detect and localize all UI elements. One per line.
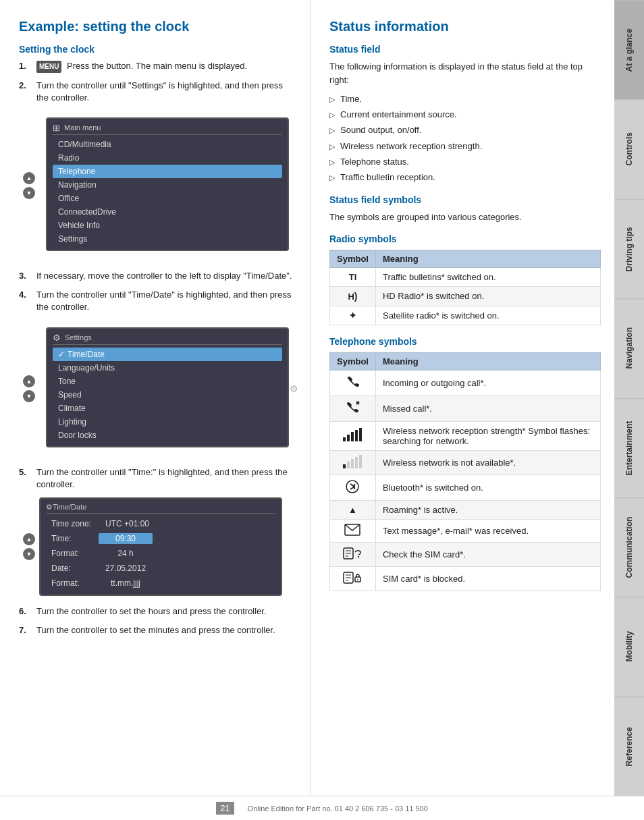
tel-meaning-call: Incoming or outgoing call*. bbox=[375, 370, 600, 395]
step-6: 6. Turn the controller to set the hours … bbox=[19, 605, 294, 618]
left-column: Example: setting the clock Setting the c… bbox=[0, 0, 311, 796]
timedate-row-format: Format: 24 h bbox=[46, 546, 275, 561]
bullet-traffic: ▷ Traffic bulletin reception. bbox=[329, 171, 601, 184]
signal-strong-icon bbox=[343, 428, 362, 441]
radio-col-symbol: Symbol bbox=[330, 250, 376, 267]
radio-symbols-subtitle: Radio symbols bbox=[329, 234, 601, 244]
svg-point-18 bbox=[357, 579, 358, 580]
phone-icon bbox=[345, 375, 360, 389]
tel-row-call: Incoming or outgoing call*. bbox=[330, 370, 601, 395]
settings-header: ⚙ Settings bbox=[53, 333, 282, 345]
sidebar-reference[interactable]: Reference bbox=[614, 696, 644, 796]
main-menu-screen: ⊞ Main menu CD/Multimedia Radio Telephon… bbox=[39, 111, 282, 261]
tel-symbol-missed bbox=[330, 395, 376, 421]
menu-item-vehicle: Vehicle Info bbox=[53, 219, 282, 232]
tel-row-roaming: ▲ Roaming* is active. bbox=[330, 500, 601, 519]
missed-call-icon bbox=[344, 400, 360, 415]
step-3: 3. If necessary, move the controller to … bbox=[19, 270, 294, 282]
sidebar-at-a-glance[interactable]: At a glance bbox=[614, 0, 644, 99]
date-label: Date: bbox=[51, 564, 99, 573]
envelope-icon bbox=[344, 524, 360, 536]
nav-down-button-2[interactable]: ▼ bbox=[23, 390, 35, 402]
steps-list-3: 5. Turn the controller until "Time:" is … bbox=[19, 466, 294, 491]
step-1-number: 1. bbox=[19, 60, 32, 72]
main-menu-screen-wrapper: ▲ ▼ ⊞ Main menu CD/Multimedia Radio Tele… bbox=[39, 111, 294, 261]
radio-symbol-ti: TI bbox=[330, 267, 376, 286]
dateformat-label: Format: bbox=[51, 578, 99, 588]
radio-row-ti: TI Traffic bulletins* switched on. bbox=[330, 267, 601, 286]
timedate-row-date: Date: 27.05.2012 bbox=[46, 561, 275, 576]
radio-symbol-satellite: ✦ bbox=[330, 306, 376, 325]
tel-row-missed: Missed call*. bbox=[330, 395, 601, 421]
settings-item-timedate: ✓ Time/Date bbox=[53, 348, 282, 361]
radio-row-hd: H) HD Radio* is switched on. bbox=[330, 286, 601, 306]
nav-up-button[interactable]: ▲ bbox=[23, 172, 35, 184]
tel-row-bluetooth: Bluetooth* is switched on. bbox=[330, 474, 601, 500]
tel-symbol-wifi-unavail bbox=[330, 450, 376, 474]
nav-up-button-2[interactable]: ▲ bbox=[23, 375, 35, 387]
telephone-symbols-table: Symbol Meaning Incoming or outgoing call… bbox=[329, 352, 601, 591]
radio-meaning-satellite: Satellite radio* is switched on. bbox=[375, 306, 600, 325]
date-value: 27.05.2012 bbox=[99, 563, 153, 574]
svg-point-12 bbox=[346, 481, 358, 493]
step-1: 1. MENU Press the button. The main menu … bbox=[19, 60, 294, 73]
arrow-icon-4: ▷ bbox=[329, 142, 335, 152]
nav-up-button-3[interactable]: ▲ bbox=[23, 533, 35, 545]
tel-symbol-roaming: ▲ bbox=[330, 500, 376, 519]
bullet-time-text: Time. bbox=[340, 93, 362, 105]
main-menu-icon: ⊞ bbox=[53, 123, 60, 133]
tel-row-wifi-unavail: Wireless network is not available*. bbox=[330, 450, 601, 474]
step-5-number: 5. bbox=[19, 466, 32, 479]
step-2-number: 2. bbox=[19, 80, 32, 92]
timedate-screen-wrapper: ▲ ▼ ⚙ Time/Date Time zone: UTC +01:00 bbox=[39, 497, 294, 596]
tel-meaning-bluetooth: Bluetooth* is switched on. bbox=[375, 474, 600, 500]
arrow-icon-2: ▷ bbox=[329, 110, 335, 120]
menu-item-telephone: Telephone bbox=[53, 165, 282, 178]
menu-button[interactable]: MENU bbox=[36, 61, 61, 73]
settings-item-speed: Speed bbox=[53, 388, 282, 402]
radio-symbols-table: Symbol Meaning TI Traffic bulletins* swi… bbox=[329, 250, 601, 325]
menu-item-office: Office bbox=[53, 192, 282, 205]
step-2: 2. Turn the controller until "Settings" … bbox=[19, 80, 294, 104]
menu-item-settings: Settings bbox=[53, 232, 282, 246]
tel-row-wifi-strong: Wireless network reception strength* Sym… bbox=[330, 421, 601, 450]
sidebar-mobility[interactable]: Mobility bbox=[614, 597, 644, 696]
step-5-text: Turn the controller until "Time:" is hig… bbox=[36, 466, 294, 491]
sidebar-communication[interactable]: Communication bbox=[614, 497, 644, 597]
sidebar-navigation[interactable]: Navigation bbox=[614, 298, 644, 398]
sidebar-driving-tips[interactable]: Driving tips bbox=[614, 199, 644, 298]
settings-screen: ⚙ Settings ✓ Time/Date Language/Units To… bbox=[39, 321, 282, 457]
sidebar-entertainment[interactable]: Entertainment bbox=[614, 398, 644, 497]
svg-rect-11 bbox=[359, 455, 362, 468]
tel-symbol-wifi-strong bbox=[330, 421, 376, 450]
nav-down-button-3[interactable]: ▼ bbox=[23, 548, 35, 560]
radio-row-satellite: ✦ Satellite radio* is switched on. bbox=[330, 306, 601, 325]
arrow-icon-1: ▷ bbox=[329, 94, 335, 105]
svg-rect-10 bbox=[355, 457, 358, 468]
settings-item-language: Language/Units bbox=[53, 361, 282, 375]
menu-item-nav: Navigation bbox=[53, 178, 282, 192]
sim-check-icon bbox=[343, 547, 362, 560]
timedate-row-dateformat: Format: tt.mm.jjjj bbox=[46, 576, 275, 591]
sidebar-controls[interactable]: Controls bbox=[614, 99, 644, 198]
step-2-text: Turn the controller until "Settings" is … bbox=[36, 80, 294, 104]
nav-left-arrows: ▲ ▼ bbox=[23, 172, 35, 199]
right-title: Status information bbox=[329, 19, 601, 34]
nav-down-button[interactable]: ▼ bbox=[23, 187, 35, 199]
format-label: Format: bbox=[51, 549, 99, 558]
svg-rect-8 bbox=[347, 462, 350, 468]
timedate-header: ⚙ Time/Date bbox=[46, 503, 275, 514]
tel-symbol-envelope bbox=[330, 519, 376, 542]
menu-item-connected: ConnectedDrive bbox=[53, 205, 282, 219]
main-menu-label: Main menu bbox=[64, 124, 101, 132]
radio-meaning-ti: Traffic bulletins* switched on. bbox=[375, 267, 600, 286]
footer: 21 Online Edition for Part no. 01 40 2 6… bbox=[0, 796, 644, 820]
bullet-sound-text: Sound output, on/off. bbox=[340, 124, 421, 136]
status-field-description: The following information is displayed i… bbox=[329, 60, 601, 86]
tel-meaning-envelope: Text message*, e-mail* was received. bbox=[375, 519, 600, 542]
menu-item-cd: CD/Multimedia bbox=[53, 138, 282, 151]
step-4-text: Turn the controller until "Time/Date" is… bbox=[36, 289, 294, 313]
step-3-text: If necessary, move the controller to the… bbox=[36, 270, 294, 282]
svg-rect-7 bbox=[343, 464, 346, 468]
right-column: Status information Status field The foll… bbox=[311, 0, 614, 796]
